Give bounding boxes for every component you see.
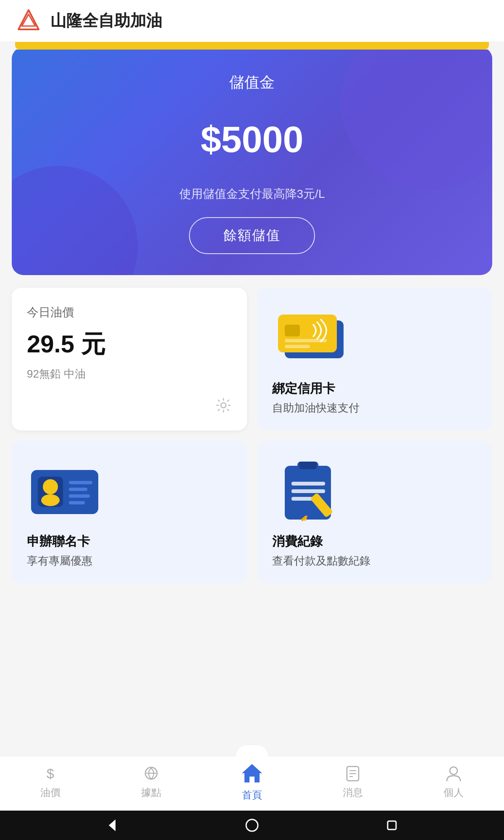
- svg-rect-20: [291, 489, 325, 493]
- svg-point-10: [43, 479, 58, 494]
- consumption-subtitle: 查看付款及點數紀錄: [272, 554, 477, 568]
- credit-card-feature[interactable]: 綁定信用卡 自助加油快速支付: [257, 288, 492, 430]
- bottom-nav: $ 油價 據點 首頁 消息 個人: [0, 756, 504, 811]
- app-logo: [15, 8, 42, 34]
- nav-item-station[interactable]: 據點: [101, 764, 202, 799]
- android-recent-button[interactable]: [382, 815, 402, 835]
- oil-price-nav-icon: $: [41, 764, 60, 782]
- yellow-accent-bar: [15, 42, 489, 50]
- credit-card-subtitle: 自助加油快速支付: [272, 401, 477, 415]
- settings-icon[interactable]: [215, 397, 232, 415]
- member-card-icon-area: [27, 457, 232, 525]
- member-card-icon: [27, 462, 111, 520]
- nav-label-news: 消息: [343, 786, 363, 799]
- nav-label-oil: 油價: [40, 786, 60, 799]
- oil-price-card[interactable]: 今日油價 29.5 元 92無鉛 中油: [12, 288, 247, 430]
- member-card-title: 申辦聯名卡: [27, 533, 232, 550]
- svg-rect-18: [299, 462, 317, 469]
- svg-point-11: [41, 494, 60, 506]
- station-nav-icon: [142, 764, 160, 782]
- android-home-button[interactable]: [242, 815, 262, 835]
- svg-text:$: $: [47, 766, 54, 781]
- svg-rect-15: [69, 501, 85, 504]
- cards-grid-row2: 申辦聯名卡 享有專屬優惠: [12, 441, 492, 583]
- balance-amount: $5000: [29, 118, 475, 161]
- balance-label: 儲值金: [29, 72, 475, 93]
- android-nav-bar: [0, 811, 504, 840]
- consumption-feature[interactable]: 消費紀錄 查看付款及點數紀錄: [257, 441, 492, 583]
- balance-card: 儲值金 $5000 使用儲值金支付最高降3元/L 餘額儲值: [12, 50, 492, 275]
- svg-rect-6: [285, 339, 327, 342]
- svg-rect-5: [285, 325, 300, 336]
- svg-rect-7: [285, 345, 310, 348]
- profile-nav-icon: [444, 764, 463, 782]
- svg-point-34: [246, 819, 258, 831]
- svg-rect-35: [388, 821, 396, 830]
- nav-label-station: 據點: [141, 786, 161, 799]
- svg-rect-13: [69, 488, 87, 491]
- oil-type: 92無鉛 中油: [27, 367, 232, 381]
- credit-card-icon-area: [272, 304, 477, 372]
- nav-label-home: 首頁: [242, 788, 262, 802]
- oil-price-value: 29.5 元: [27, 328, 232, 361]
- android-back-button[interactable]: [102, 815, 122, 835]
- nav-item-oil[interactable]: $ 油價: [0, 764, 101, 799]
- app-title: 山隆全自助加油: [50, 10, 162, 32]
- nav-label-profile: 個人: [444, 786, 464, 799]
- svg-marker-33: [109, 819, 116, 831]
- member-card-subtitle: 享有專屬優惠: [27, 554, 232, 568]
- home-nav-icon: [239, 761, 265, 785]
- nav-item-home[interactable]: 首頁: [202, 761, 302, 802]
- svg-point-32: [450, 767, 457, 774]
- credit-card-icon: [272, 309, 356, 368]
- back-icon: [105, 818, 120, 833]
- cards-grid-row1: 今日油價 29.5 元 92無鉛 中油: [12, 288, 492, 430]
- recent-icon: [384, 818, 399, 833]
- nav-item-profile[interactable]: 個人: [403, 764, 504, 799]
- nav-item-news[interactable]: 消息: [302, 764, 403, 799]
- consumption-icon-area: [272, 457, 477, 525]
- svg-rect-19: [291, 482, 325, 486]
- svg-rect-14: [69, 494, 90, 498]
- credit-card-title: 綁定信用卡: [272, 380, 477, 397]
- balance-hint: 使用儲值金支付最高降3元/L: [29, 186, 475, 202]
- consumption-title: 消費紀錄: [272, 533, 477, 550]
- svg-point-2: [221, 403, 226, 408]
- member-card-feature[interactable]: 申辦聯名卡 享有專屬優惠: [12, 441, 247, 583]
- svg-rect-12: [69, 481, 92, 484]
- consumption-icon: [272, 457, 348, 525]
- main-content: 儲值金 $5000 使用儲值金支付最高降3元/L 餘額儲值 今日油價 29.5 …: [0, 50, 504, 756]
- topup-button[interactable]: 餘額儲值: [189, 217, 315, 254]
- news-nav-icon: [344, 764, 362, 782]
- header: 山隆全自助加油: [0, 0, 504, 42]
- android-home-icon: [244, 818, 260, 833]
- oil-date-label: 今日油價: [27, 304, 232, 320]
- home-bump: [235, 745, 269, 756]
